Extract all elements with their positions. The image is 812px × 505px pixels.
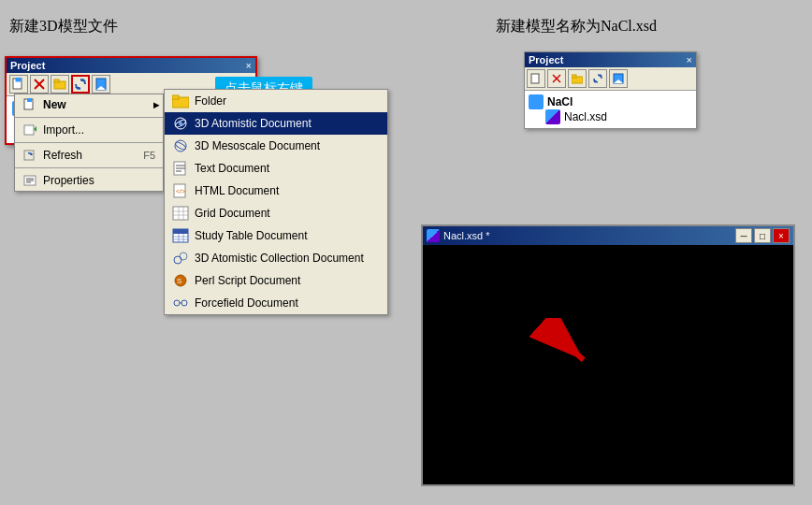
- submenu-perl-script-label: Perl Script Document: [195, 274, 300, 287]
- folder-icon: [172, 93, 189, 109]
- nacl-main-window: Nacl.xsd * ─ □ ×: [421, 224, 795, 486]
- svg-point-49: [181, 300, 187, 306]
- menu-refresh-label: Refresh: [43, 149, 82, 162]
- svg-rect-21: [172, 95, 179, 99]
- submenu-3d-collection-label: 3D Atomistic Collection Document: [195, 252, 364, 265]
- menu-refresh[interactable]: Refresh F5: [15, 145, 163, 166]
- submenu-study-table[interactable]: Study Table Document: [165, 224, 387, 247]
- toolbar-new-btn[interactable]: [9, 75, 28, 94]
- svg-rect-55: [572, 75, 576, 78]
- 3d-atomistic-icon: [172, 115, 189, 132]
- submenu-3d-collection[interactable]: 3D Atomistic Collection Document: [165, 247, 387, 269]
- submenu-forcefield[interactable]: Forcefield Document: [165, 292, 387, 314]
- menu-properties[interactable]: Properties: [15, 170, 163, 191]
- svg-rect-1: [16, 78, 21, 81]
- menu-import-label: Import...: [43, 123, 84, 137]
- submenu-perl-script[interactable]: S Perl Script Document: [165, 269, 387, 292]
- svg-rect-14: [24, 151, 34, 160]
- submenu-html-doc-label: HTML Document: [195, 184, 279, 197]
- xsd-tree-icon: [545, 109, 560, 124]
- submenu-grid-doc-label: Grid Document: [195, 207, 270, 220]
- toolbar-refresh-btn[interactable]: [71, 75, 90, 94]
- tree-nacl-xsd[interactable]: Nacl.xsd: [529, 109, 692, 124]
- svg-text:S: S: [177, 277, 181, 285]
- nacl-window-controls: ─ □ ×: [735, 228, 790, 243]
- 3d-collection-icon: [172, 250, 189, 267]
- red-arrow: [529, 318, 603, 374]
- submenu-folder-label: Folder: [195, 94, 226, 108]
- submenu-text-doc[interactable]: Text Document: [165, 157, 387, 180]
- nacl-label: NaCl: [547, 95, 573, 108]
- text-doc-icon: [172, 160, 189, 177]
- svg-rect-5: [54, 79, 59, 82]
- nacl-content-area: [423, 245, 793, 484]
- svg-rect-51: [531, 74, 539, 83]
- svg-rect-39: [173, 229, 188, 234]
- submenu-3d-mesoscale[interactable]: 3D Mesoscale Document: [165, 135, 387, 157]
- perl-script-icon: S: [172, 272, 189, 289]
- menu-sep3: [15, 167, 163, 168]
- toolbar-bookmark-btn[interactable]: [92, 75, 110, 94]
- small-toolbar-new[interactable]: [527, 69, 545, 88]
- toolbar-delete-btn[interactable]: [30, 75, 49, 94]
- html-doc-icon: </>: [172, 182, 189, 199]
- properties-icon: [22, 173, 37, 188]
- context-menu: New Import... Refresh F5 Properties: [14, 94, 164, 192]
- submenu-3d-mesoscale-label: 3D Mesoscale Document: [195, 139, 320, 152]
- tree-nacl[interactable]: NaCl: [529, 94, 692, 109]
- svg-rect-33: [173, 207, 188, 220]
- submenu-study-table-label: Study Table Document: [195, 229, 308, 242]
- menu-sep2: [15, 142, 163, 143]
- nacl-title-bar: Nacl.xsd * ─ □ ×: [423, 226, 793, 245]
- annotation-top-left: 新建3D模型文件: [9, 17, 118, 36]
- svg-text:</>: </>: [176, 188, 185, 195]
- svg-point-48: [174, 300, 180, 306]
- small-toolbar-bookmark[interactable]: [609, 69, 628, 88]
- submenu-3d-atomistic[interactable]: 3D Atomistic Document: [165, 112, 387, 135]
- import-icon: [22, 123, 37, 137]
- nacl-title-left: Nacl.xsd *: [427, 229, 490, 242]
- svg-point-44: [174, 256, 181, 264]
- nacl-close-btn[interactable]: ×: [773, 228, 790, 243]
- project-small-content: NaCl Nacl.xsd: [525, 91, 696, 128]
- project-title-text: Project: [10, 60, 45, 71]
- nacl-maximize-btn[interactable]: □: [754, 228, 771, 243]
- annotation-top-right: 新建模型名称为NaCl.xsd: [496, 17, 657, 36]
- nacl-minimize-btn[interactable]: ─: [735, 228, 752, 243]
- submenu-grid-doc[interactable]: Grid Document: [165, 202, 387, 224]
- project-window-small: Project × NaCl Nacl.xsd: [524, 51, 697, 129]
- submenu-forcefield-label: Forcefield Document: [195, 296, 298, 310]
- project-small-close[interactable]: ×: [687, 54, 692, 65]
- small-toolbar-refresh[interactable]: [588, 69, 607, 88]
- svg-line-61: [545, 325, 584, 361]
- project-close-btn[interactable]: ×: [246, 60, 252, 71]
- svg-rect-12: [24, 125, 34, 135]
- menu-new-label: New: [43, 98, 66, 111]
- refresh-icon: [22, 148, 37, 163]
- toolbar-open-btn[interactable]: [51, 75, 69, 94]
- 3d-mesoscale-icon: [172, 137, 189, 154]
- forcefield-icon: [172, 295, 189, 311]
- submenu-folder[interactable]: Folder: [165, 90, 387, 112]
- project-title-bar: Project ×: [7, 58, 255, 73]
- svg-point-23: [179, 122, 182, 125]
- submenu-html-doc[interactable]: </> HTML Document: [165, 180, 387, 202]
- nacl-tree-icon: [529, 94, 544, 109]
- menu-sep1: [15, 117, 163, 118]
- menu-properties-label: Properties: [43, 174, 94, 187]
- nacl-xsd-label: Nacl.xsd: [564, 110, 607, 123]
- small-toolbar-del[interactable]: [547, 69, 566, 88]
- nacl-window-icon: [427, 229, 440, 242]
- project-small-title: Project: [529, 54, 563, 65]
- submenu-new: Folder 3D Atomistic Document 3D Mesoscal…: [164, 89, 388, 315]
- new-icon: [22, 97, 37, 112]
- menu-import[interactable]: Import...: [15, 120, 163, 140]
- submenu-text-doc-label: Text Document: [195, 162, 269, 175]
- nacl-window-title: Nacl.xsd *: [443, 230, 490, 241]
- submenu-3d-atomistic-label: 3D Atomistic Document: [195, 117, 312, 130]
- menu-refresh-shortcut: F5: [143, 150, 155, 161]
- svg-rect-11: [27, 98, 32, 102]
- menu-new[interactable]: New: [15, 94, 163, 115]
- project-small-toolbar: [525, 67, 696, 91]
- small-toolbar-open[interactable]: [568, 69, 587, 88]
